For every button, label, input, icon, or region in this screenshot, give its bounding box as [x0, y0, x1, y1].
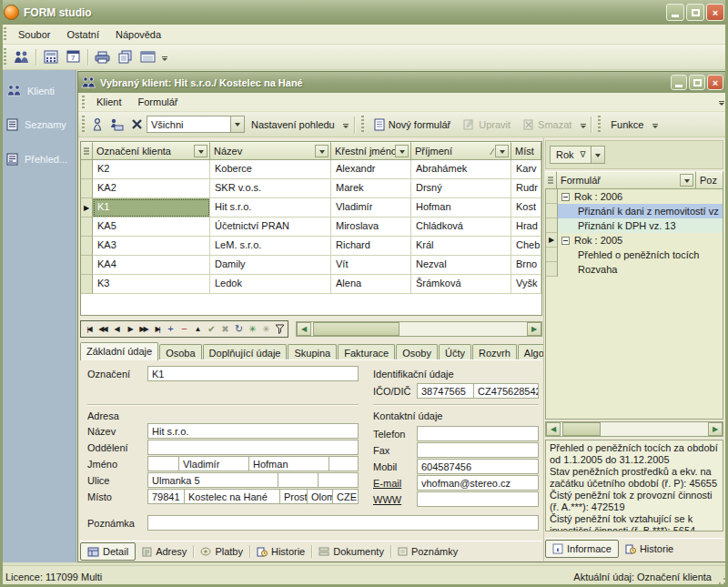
column-header-misto[interactable]: Míst [511, 142, 541, 160]
tab-poznamky[interactable]: Poznámky [391, 543, 464, 560]
column-header-prijmeni[interactable]: Příjmení ∕ [411, 142, 511, 160]
www-label-link[interactable]: WWW [373, 494, 401, 505]
ico-field[interactable]: 38747565 [417, 383, 474, 399]
column-dropdown-button[interactable] [680, 174, 693, 187]
column-header-krestni-jmeno[interactable]: Křestní jméno [331, 142, 411, 160]
combo-arrow-button[interactable] [230, 116, 244, 132]
dic-field[interactable]: CZ475628542 [473, 383, 539, 399]
cell-prijmeni[interactable]: Král [411, 237, 511, 256]
print-button[interactable] [91, 46, 114, 67]
poznamka-field[interactable] [147, 515, 539, 531]
toolbar-grip[interactable] [361, 116, 364, 133]
tab-rozvrh[interactable]: Rozvrh [472, 344, 517, 360]
tab-informace[interactable]: Informace [545, 540, 619, 558]
table-row[interactable]: KA3 LeM. s.r.o. Richard Král Cheb [81, 237, 541, 256]
cell-jmeno[interactable]: Alexandr [331, 160, 411, 179]
table-row[interactable]: K3 Ledok Alena Šrámková Vyšk [81, 275, 541, 294]
client-maximize-button[interactable] [689, 75, 705, 90]
clients-button[interactable] [10, 46, 33, 67]
sidebar-item-prehled[interactable]: Přehled... [0, 146, 76, 173]
psc-field[interactable]: 79841 [147, 489, 185, 504]
collapse-icon[interactable] [561, 237, 570, 245]
cell-prijmeni[interactable]: Drsný [411, 179, 511, 198]
toolbar-overflow-icon[interactable] [650, 115, 660, 135]
tree-item-row[interactable]: Přiznání k DPH vz. 13 [546, 218, 723, 233]
minimize-button[interactable] [666, 4, 684, 21]
cell-oznaceni[interactable]: K2 [93, 160, 210, 179]
cell-misto[interactable]: Rudr [511, 179, 541, 198]
tab-zakladni-udaje[interactable]: Základní údaje [80, 342, 158, 360]
form-item-label[interactable]: Přehled o peněžních tocích [558, 248, 723, 262]
table-row[interactable]: KA5 Účetnictví PRAN Miroslava Chládková … [81, 218, 541, 237]
calculator-button[interactable] [39, 46, 62, 67]
cell-misto[interactable]: Hrad [511, 218, 541, 237]
titul2-field[interactable] [329, 456, 359, 471]
oddeleni-field[interactable] [147, 440, 359, 455]
nav-insert-button[interactable]: + [164, 322, 177, 336]
titul-field[interactable] [147, 456, 179, 471]
cell-nazev[interactable]: Koberce [210, 160, 331, 179]
menubar-overflow-icon[interactable] [716, 92, 726, 112]
toolbar-grip[interactable] [82, 96, 85, 108]
close-button[interactable]: × [706, 4, 724, 21]
nav-delete-button[interactable]: − [177, 322, 191, 336]
view-settings-button[interactable]: Nastavení pohledu [245, 116, 341, 133]
cell-oznaceni[interactable]: KA3 [93, 237, 210, 256]
nav-cancel-button[interactable]: ✖ [218, 322, 232, 336]
group-content[interactable]: Rok : 2005 [558, 233, 723, 248]
tab-osoba[interactable]: Osoba [159, 344, 201, 360]
functions-button[interactable]: Funkce [604, 116, 650, 133]
cell-nazev[interactable]: Účetnictví PRAN [210, 218, 331, 237]
calendar-button[interactable]: 7 [62, 46, 85, 67]
table-row[interactable]: KA4 Damily Vít Nezval Brno [81, 256, 541, 275]
sidebar-item-klienti[interactable]: Klienti [0, 77, 76, 104]
tab-skupina[interactable]: Skupina [288, 344, 337, 360]
cell-misto[interactable]: Brno [511, 256, 541, 275]
tab-osoby[interactable]: Osoby [396, 344, 438, 360]
tab-historie-info[interactable]: Historie [619, 541, 680, 557]
tree-item-row[interactable]: Rozvaha [546, 262, 723, 277]
client-person-button[interactable] [88, 114, 106, 135]
cell-misto[interactable]: Karv [511, 160, 541, 179]
grid-horizontal-scrollbar[interactable]: ◀ ▶ [296, 321, 542, 337]
misto-field[interactable]: Kostelec na Hané [184, 489, 280, 504]
copy-button[interactable] [114, 46, 136, 67]
scrollbar-thumb[interactable] [562, 422, 601, 436]
cell-misto[interactable]: Kost [511, 198, 541, 218]
tab-platby[interactable]: Platby [194, 543, 249, 560]
okres-field[interactable]: Prost [279, 489, 308, 504]
nazev-field[interactable]: Hit s.r.o. [147, 423, 359, 439]
cp-field[interactable] [278, 472, 318, 488]
cell-jmeno[interactable]: Vladimír [331, 198, 411, 218]
cell-oznaceni[interactable]: KA5 [93, 218, 210, 237]
nav-next-button[interactable]: ▶ [123, 322, 136, 336]
www-field[interactable] [417, 491, 539, 507]
tree-item-row[interactable]: Přehled o peněžních tocích [546, 248, 723, 262]
fax-field[interactable] [417, 442, 539, 458]
stat-field[interactable]: CZE [332, 489, 359, 504]
nav-next-page-button[interactable]: ▶▶ [136, 322, 150, 336]
resize-grip[interactable] [715, 574, 726, 585]
form-item-label[interactable]: Rozvaha [558, 262, 723, 277]
co-field[interactable] [318, 472, 359, 488]
nav-post-button[interactable]: ✔ [205, 322, 218, 336]
tab-adresy[interactable]: Adresy [136, 543, 193, 560]
cell-nazev[interactable]: Hit s.r.o. [210, 198, 331, 218]
menu-item-napoveda[interactable]: Nápověda [107, 26, 169, 43]
menu-item-formular[interactable]: Formulář [130, 94, 187, 110]
menu-item-ostatni[interactable]: Ostatní [58, 26, 106, 43]
table-row-selected[interactable]: ▶ K1 Hit s.r.o. Vladimír Hofman Kost [81, 198, 541, 218]
client-delete-person-button[interactable] [126, 114, 147, 135]
column-dropdown-button[interactable] [315, 145, 329, 157]
toolbar-overflow-icon[interactable] [578, 115, 588, 135]
nav-filter-button[interactable] [273, 322, 287, 336]
cell-nazev[interactable]: Ledok [210, 275, 331, 294]
email-label-link[interactable]: E-mail [373, 478, 401, 489]
ulice-field[interactable]: Ulmanka 5 [147, 472, 278, 488]
toolbar-overflow-icon[interactable] [341, 115, 351, 135]
scroll-right-icon[interactable]: ▶ [708, 422, 723, 436]
mobil-field[interactable]: 604587456 [417, 459, 539, 474]
table-row[interactable]: KA2 SKR v.o.s. Marek Drsný Rudr [81, 179, 541, 198]
cell-nazev[interactable]: SKR v.o.s. [210, 179, 331, 198]
client-close-button[interactable]: × [707, 75, 723, 90]
